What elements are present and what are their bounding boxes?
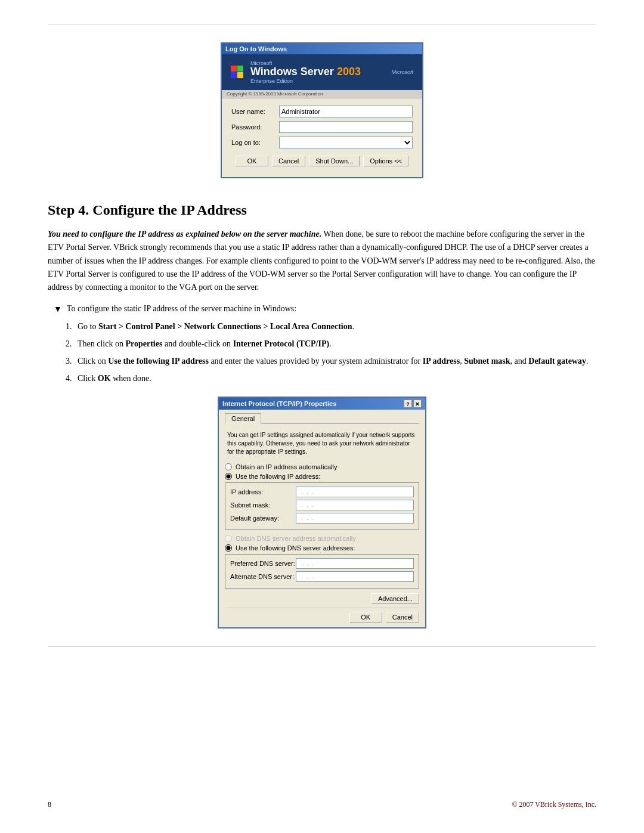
top-border — [48, 24, 596, 24]
tcpip-content: General You can get IP settings assigned… — [219, 410, 425, 627]
radio-dns-manual[interactable] — [225, 544, 232, 552]
copyright-text: Copyright © 1985-2003 Microsoft Corporat… — [227, 91, 323, 97]
subnet-mask-row: Subnet mask: — [230, 500, 414, 510]
bullet-text: To configure the static IP address of th… — [67, 304, 296, 314]
radio-obtain-auto[interactable] — [225, 463, 232, 470]
body-rest: When done, be sure to reboot the machine… — [48, 230, 595, 292]
bold-start: Start > Control Panel > Network Connecti… — [98, 322, 352, 331]
username-label: User name: — [231, 108, 279, 115]
advanced-row: Advanced... — [225, 593, 419, 604]
list-content-3: Click on Use the following IP address an… — [78, 355, 596, 367]
username-input[interactable] — [279, 106, 413, 117]
list-item-4: 4. Click OK when done. — [66, 372, 596, 385]
ip-address-row: IP address: — [230, 487, 414, 497]
tcpip-titlebar: Internet Protocol (TCP/IP) Properties ? … — [219, 398, 425, 410]
tab-general[interactable]: General — [225, 413, 261, 424]
list-item-1: 1. Go to Start > Control Panel > Network… — [66, 320, 596, 333]
advanced-button[interactable]: Advanced... — [371, 593, 419, 604]
list-content-4: Click OK when done. — [78, 372, 596, 385]
cancel-button[interactable]: Cancel — [272, 156, 305, 166]
list-num-4: 4. — [66, 372, 78, 385]
preferred-dns-input[interactable] — [296, 558, 414, 569]
ip-address-input[interactable] — [296, 487, 414, 497]
tcpip-button-row: OK Cancel — [225, 608, 419, 624]
list-num-2: 2. — [66, 337, 78, 350]
bold-tcpip: Internet Protocol (TCP/IP) — [233, 339, 329, 348]
login-form: User name: Password: Log on to: OK Cance… — [222, 98, 422, 177]
subnet-mask-input[interactable] — [296, 500, 414, 510]
edition-text: Enterprise Edition — [250, 78, 361, 84]
subnet-mask-label: Subnet mask: — [230, 501, 296, 509]
login-title-text: Log On to Windows — [225, 45, 287, 52]
body-italic: You need to configure the IP address as … — [48, 230, 321, 239]
titlebar-buttons: ? ✕ — [404, 400, 422, 408]
tcpip-title-text: Internet Protocol (TCP/IP) Properties — [222, 400, 336, 407]
alternate-dns-input[interactable] — [296, 571, 414, 582]
tcpip-cancel-button[interactable]: Cancel — [386, 612, 419, 623]
list-content-2: Then click on Properties and double-clic… — [78, 337, 596, 350]
bold-properties: Properties — [125, 339, 162, 348]
list-item-3: 3. Click on Use the following IP address… — [66, 355, 596, 367]
radio-dns-auto-label: Obtain DNS server address automatically — [236, 535, 356, 542]
numbered-list: 1. Go to Start > Control Panel > Network… — [66, 320, 596, 385]
footer-copyright: © 2007 VBrick Systems, Inc. — [512, 800, 596, 809]
windows-logo-area: Microsoft Windows Server 2003 Enterprise… — [222, 54, 422, 90]
preferred-dns-label: Preferred DNS server: — [230, 560, 296, 567]
password-input[interactable] — [279, 121, 413, 133]
radio-dns-manual-label: Use the following DNS server addresses: — [236, 544, 355, 552]
radio-auto-row: Obtain an IP address automatically — [225, 463, 419, 470]
page-footer: 8 © 2007 VBrick Systems, Inc. — [48, 800, 596, 809]
dns-group-box: Preferred DNS server: Alternate DNS serv… — [225, 554, 419, 589]
password-row: Password: — [231, 121, 413, 133]
alternate-dns-row: Alternate DNS server: — [230, 571, 414, 582]
ip-group-box: IP address: Subnet mask: Default gateway… — [225, 482, 419, 530]
login-titlebar: Log On to Windows — [222, 44, 422, 54]
radio-use-following[interactable] — [225, 473, 232, 480]
tcpip-dialog: Internet Protocol (TCP/IP) Properties ? … — [218, 397, 426, 628]
radio-auto-label: Obtain an IP address automatically — [236, 463, 337, 470]
bold-ip: IP address — [423, 357, 460, 366]
bold-use-following: Use the following IP address — [108, 357, 209, 366]
options-button[interactable]: Options << — [363, 156, 408, 166]
help-button[interactable]: ? — [404, 400, 412, 408]
default-gateway-row: Default gateway: — [230, 513, 414, 524]
ms-brand-right: Microsoft — [391, 69, 413, 75]
bullet-arrow-icon: ▼ — [54, 305, 62, 314]
default-gateway-input[interactable] — [296, 513, 414, 524]
tcpip-info-text: You can get IP settings assigned automat… — [225, 429, 419, 459]
page-number: 8 — [48, 800, 51, 809]
copyright-bar: Copyright © 1985-2003 Microsoft Corporat… — [222, 90, 422, 98]
step-heading: Step 4. Configure the IP Address — [48, 202, 596, 218]
ip-address-label: IP address: — [230, 488, 296, 496]
list-num-3: 3. — [66, 355, 78, 367]
ok-button[interactable]: OK — [236, 156, 268, 166]
default-gateway-label: Default gateway: — [230, 515, 296, 522]
alternate-dns-label: Alternate DNS server: — [230, 573, 296, 580]
logon-row: Log on to: — [231, 137, 413, 148]
tcpip-dialog-wrapper: Internet Protocol (TCP/IP) Properties ? … — [48, 397, 596, 628]
bold-gateway: Default gateway — [528, 357, 586, 366]
body-paragraph: You need to configure the IP address as … — [48, 228, 596, 295]
tcpip-ok-button[interactable]: OK — [349, 612, 382, 623]
list-num-1: 1. — [66, 320, 78, 333]
password-label: Password: — [231, 123, 279, 131]
logon-label: Log on to: — [231, 139, 279, 146]
logon-select[interactable] — [279, 137, 413, 148]
radio-dns-auto-row: Obtain DNS server address automatically — [225, 535, 419, 542]
bold-ok: OK — [98, 374, 111, 383]
radio-dns-manual-row: Use the following DNS server addresses: — [225, 544, 419, 552]
tab-strip: General — [225, 413, 419, 424]
bullet-item: ▼ To configure the static IP address of … — [48, 304, 596, 314]
radio-manual-row: Use the following IP address: — [225, 473, 419, 480]
radio-dns-auto[interactable] — [225, 535, 232, 542]
login-dialog: Log On to Windows Microsoft Wi — [221, 42, 423, 178]
close-button[interactable]: ✕ — [413, 400, 422, 408]
username-row: User name: — [231, 106, 413, 117]
windows-server-title: Windows Server 2003 — [250, 66, 361, 78]
radio-manual-label: Use the following IP address: — [236, 473, 320, 480]
bold-subnet: Subnet mask — [464, 357, 510, 366]
shutdown-button[interactable]: Shut Down... — [309, 156, 360, 166]
login-button-row: OK Cancel Shut Down... Options << — [231, 152, 413, 172]
login-dialog-wrapper: Log On to Windows Microsoft Wi — [48, 42, 596, 178]
bottom-border — [48, 646, 596, 647]
